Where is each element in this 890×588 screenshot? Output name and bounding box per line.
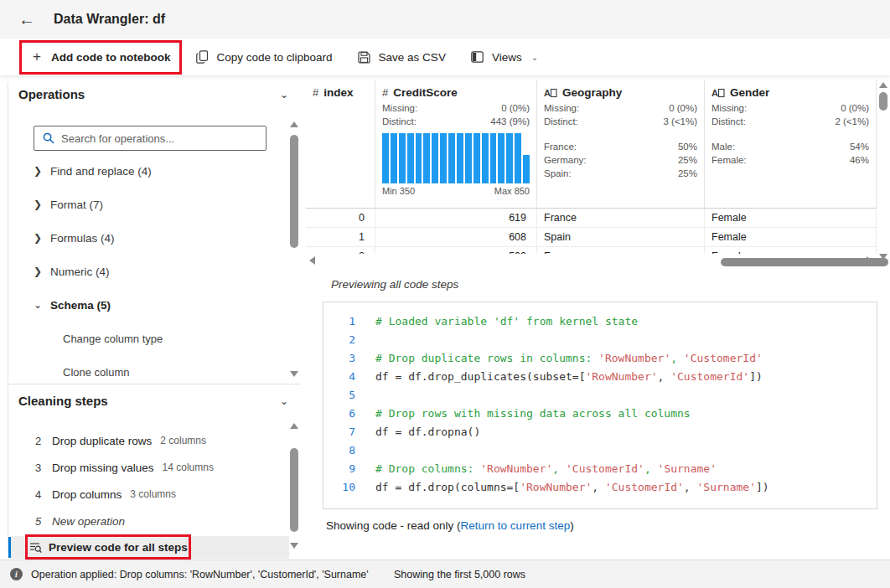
operations-search[interactable] [34, 126, 266, 151]
grid-vscrollbar-thumb[interactable] [879, 92, 887, 111]
status-message: Operation applied: Drop columns: 'RowNum… [31, 569, 369, 580]
step-drop-duplicate-rows[interactable]: 2 Drop duplicate rows 2 columns [0, 427, 285, 454]
column-header-index[interactable]: # index [306, 80, 375, 208]
copy-code-button[interactable]: Copy code to clipboard [196, 50, 333, 64]
titlebar: ← Data Wrangler: df [0, 0, 890, 39]
section-divider [8, 384, 301, 384]
data-grid: # index # CreditScore Missing:0 (0%) Dis… [306, 75, 890, 268]
chevron-right-icon: ❯ [25, 165, 50, 177]
operation-group-format[interactable]: ❯ Format (7) [0, 188, 285, 221]
operations-scrollbar[interactable] [289, 121, 299, 377]
creditscore-histogram [382, 133, 530, 183]
operations-collapse-chevron-icon[interactable]: ⌄ [280, 89, 288, 101]
scroll-up-arrow-icon[interactable] [290, 121, 298, 127]
column-header-gender[interactable]: A Gender Missing:0 (0%) Distinct:2 (<1%)… [705, 80, 877, 208]
sidebar: Operations ⌄ ❯ Find and replace (4) ❯ Fo… [0, 75, 306, 560]
scroll-right-arrow-icon[interactable] [867, 256, 872, 265]
numeric-type-icon: # [382, 86, 388, 99]
operation-group-numeric[interactable]: ❯ Numeric (4) [0, 255, 285, 288]
save-icon [358, 50, 371, 64]
operation-change-column-type[interactable]: Change column type [0, 322, 285, 355]
save-as-csv-button[interactable]: Save as CSV [358, 50, 446, 64]
cleaning-steps-scrollbar[interactable] [289, 423, 299, 549]
chevron-down-icon: ⌄ [25, 299, 50, 311]
grid-rows: 0 619 France Female 1 608 Spain Female 2… [306, 208, 877, 254]
scroll-down-arrow-icon[interactable] [290, 543, 298, 549]
step-drop-missing-values[interactable]: 3 Drop missing values 14 columns [0, 454, 285, 481]
plus-icon: + [30, 50, 44, 64]
operation-group-find-and-replace[interactable]: ❯ Find and replace (4) [0, 154, 285, 188]
svg-text:A: A [711, 88, 718, 98]
add-code-to-notebook-button[interactable]: + Add code to notebook [30, 50, 171, 64]
operations-list: ❯ Find and replace (4) ❯ Format (7) ❯ Fo… [0, 154, 285, 389]
text-type-icon: A [544, 87, 557, 98]
chevron-down-icon: ⌄ [531, 53, 538, 62]
main-area: # index # CreditScore Missing:0 (0%) Dis… [306, 75, 890, 560]
page-title: Data Wrangler: df [54, 12, 165, 27]
svg-text:A: A [544, 88, 551, 98]
cleaning-steps-collapse-chevron-icon[interactable]: ⌄ [280, 395, 288, 407]
step-new-operation[interactable]: 5 New operation [0, 508, 285, 534]
column-header-creditscore[interactable]: # CreditScore Missing:0 (0%) Distinct:44… [375, 80, 537, 208]
numeric-type-icon: # [313, 86, 318, 99]
grid-hscrollbar-thumb[interactable] [721, 258, 888, 266]
code-caption: Previewing all code steps [331, 278, 458, 291]
code-footer: Showing code - read only (Return to curr… [326, 519, 574, 532]
status-bar: i Operation applied: Drop columns: 'RowN… [0, 560, 890, 588]
chevron-right-icon: ❯ [25, 232, 50, 244]
rows-info: Showing the first 5,000 rows [394, 569, 525, 580]
operation-group-schema[interactable]: ⌄ Schema (5) [0, 288, 285, 322]
search-input[interactable] [61, 132, 266, 145]
cleaning-steps-section-title: Cleaning steps [18, 394, 108, 408]
scroll-up-arrow-icon[interactable] [290, 423, 298, 429]
table-row[interactable]: 0 619 France Female [306, 209, 877, 228]
table-row[interactable]: 1 608 Spain Female [306, 228, 877, 247]
column-header-geography[interactable]: A Geography Missing:0 (0%) Distinct:3 (<… [537, 80, 705, 208]
search-icon [43, 132, 54, 144]
cleaning-steps-scrollbar-thumb[interactable] [290, 448, 298, 532]
preview-code-icon [29, 542, 42, 554]
operation-group-formulas[interactable]: ❯ Formulas (4) [0, 221, 285, 255]
scroll-down-arrow-icon[interactable] [290, 371, 298, 377]
toolbar: + Add code to notebook Copy code to clip… [0, 39, 890, 75]
scroll-up-arrow-icon[interactable] [879, 82, 887, 88]
operations-section-title: Operations [18, 87, 85, 101]
operations-scrollbar-thumb[interactable] [290, 135, 298, 248]
copy-icon [196, 50, 210, 64]
chevron-right-icon: ❯ [25, 266, 50, 277]
preview-code-for-all-steps[interactable]: Preview code for all steps [11, 536, 289, 559]
text-type-icon: A [711, 87, 725, 98]
info-icon: i [10, 568, 23, 580]
back-arrow-icon[interactable]: ← [18, 10, 35, 29]
table-row[interactable]: 2 502 France Female [306, 247, 877, 254]
grid-header: # index # CreditScore Missing:0 (0%) Dis… [306, 80, 877, 208]
chevron-right-icon: ❯ [25, 199, 50, 210]
code-lines: 1# Loaded variable 'df' from kernel stat… [323, 302, 877, 497]
step-drop-columns[interactable]: 4 Drop columns 3 columns [0, 481, 285, 508]
code-editor[interactable]: 1# Loaded variable 'df' from kernel stat… [323, 302, 877, 509]
code-preview-panel: Previewing all code steps 1# Loaded vari… [306, 268, 890, 560]
cleaning-steps-list: 2 Drop duplicate rows 2 columns 3 Drop m… [0, 427, 285, 534]
grid-horizontal-scrollbar[interactable] [306, 254, 876, 266]
views-button[interactable]: Views ⌄ [471, 50, 538, 64]
scroll-left-arrow-icon[interactable] [309, 256, 315, 265]
views-icon [471, 50, 484, 64]
grid-vertical-scrollbar[interactable] [878, 82, 888, 260]
return-to-current-step-link[interactable]: Return to current step [461, 519, 571, 532]
